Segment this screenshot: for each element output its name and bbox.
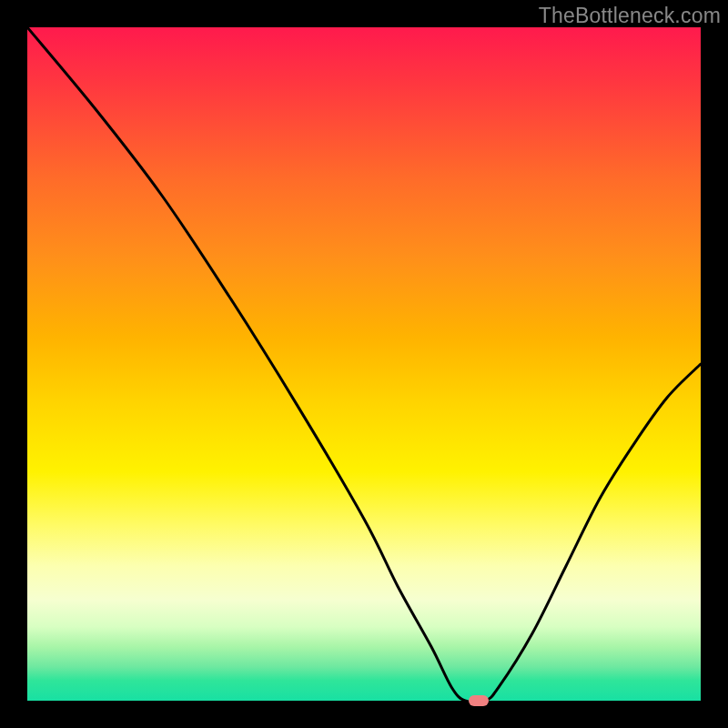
chart-frame: TheBottleneck.com xyxy=(0,0,728,728)
bottleneck-curve xyxy=(27,27,701,701)
plot-area xyxy=(27,27,701,701)
optimal-point-marker xyxy=(469,695,489,706)
watermark-text: TheBottleneck.com xyxy=(539,4,721,28)
